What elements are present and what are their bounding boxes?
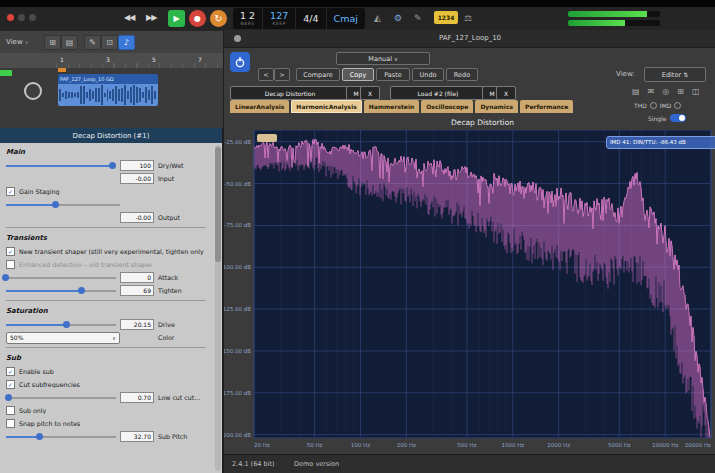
rewind-icon[interactable]: ◀◀ bbox=[124, 13, 134, 22]
paste-button[interactable]: Paste bbox=[376, 68, 410, 81]
param-value[interactable]: -0.00 bbox=[120, 173, 154, 184]
plugin-window-title[interactable]: Decap Distortion (#1) bbox=[0, 128, 222, 143]
window-close-button[interactable] bbox=[7, 14, 14, 21]
slider-track bbox=[6, 397, 116, 399]
slider-knob[interactable] bbox=[63, 321, 70, 328]
macos-menubar bbox=[0, 0, 715, 7]
param-slider[interactable] bbox=[6, 393, 116, 402]
pencil-tool-button[interactable]: ✎ bbox=[84, 35, 101, 50]
tab-dynamics[interactable]: Dynamics bbox=[475, 100, 518, 113]
param-slider[interactable] bbox=[6, 161, 116, 170]
view-editor-dropdown[interactable]: Editor ⇅ bbox=[644, 67, 706, 82]
audio-clip[interactable]: PAF_127_Loop_10 GΩ bbox=[58, 74, 158, 106]
tab-performance[interactable]: Performance bbox=[520, 100, 573, 113]
note-editor-button[interactable]: ♪ bbox=[118, 35, 135, 50]
param-slider[interactable] bbox=[6, 286, 116, 295]
loop-marker[interactable] bbox=[58, 68, 66, 72]
plugin-scrollbar[interactable] bbox=[215, 145, 221, 471]
list-view-button[interactable]: ▤ bbox=[61, 35, 78, 50]
tab-oscilloscope[interactable]: Oscilloscope bbox=[421, 100, 473, 113]
plugin-scrollbar-thumb[interactable] bbox=[215, 147, 221, 262]
master-meter-right bbox=[568, 20, 660, 26]
checkbox[interactable] bbox=[6, 406, 15, 415]
document-icon[interactable]: ▤ bbox=[632, 87, 640, 96]
undo-button[interactable]: Undo bbox=[412, 68, 444, 81]
checkbox[interactable]: ✓ bbox=[6, 380, 15, 389]
param-value[interactable]: 20.15 bbox=[120, 319, 154, 330]
nav-back-button[interactable]: < bbox=[258, 68, 274, 81]
chat-icon[interactable]: ✉ bbox=[648, 87, 655, 96]
panes-icon[interactable]: ◫ bbox=[692, 87, 700, 96]
load-file-button[interactable]: Load #2 (file) bbox=[390, 86, 486, 100]
param-value[interactable]: 0.70 bbox=[120, 392, 154, 403]
record-button[interactable]: ● bbox=[189, 10, 206, 27]
nav-forward-button[interactable]: > bbox=[274, 68, 290, 81]
power-button[interactable] bbox=[230, 52, 250, 72]
param-slider[interactable] bbox=[6, 200, 120, 209]
redo-button[interactable]: Redo bbox=[446, 68, 478, 81]
param-label: Tighten bbox=[158, 287, 206, 294]
play-button[interactable]: ▶ bbox=[168, 10, 185, 27]
camera-icon[interactable]: ◎ bbox=[662, 87, 669, 96]
slider-knob[interactable] bbox=[5, 394, 12, 401]
grid-icon[interactable]: ⊞ bbox=[677, 87, 684, 96]
plugin-parameters: Main100Dry/Wet-0.00Input✓Gain Staging-0.… bbox=[0, 143, 212, 473]
slider-knob[interactable] bbox=[2, 274, 9, 281]
slider-knob[interactable] bbox=[36, 433, 43, 440]
checkbox[interactable] bbox=[6, 260, 15, 269]
chart-heading: Decap Distortion bbox=[254, 118, 711, 127]
plugin-param-row: ✓Cut subfrequencies bbox=[0, 378, 212, 391]
plot-corner-chip[interactable] bbox=[257, 134, 277, 142]
param-value[interactable]: -0.00 bbox=[120, 212, 154, 223]
window-zoom-button[interactable] bbox=[29, 14, 36, 21]
imd-checkbox[interactable] bbox=[674, 102, 681, 109]
key-display[interactable]: Cmaj bbox=[327, 8, 365, 29]
checkbox[interactable]: ✓ bbox=[6, 247, 15, 256]
metronome-icon[interactable]: ◭ bbox=[374, 12, 381, 24]
timeline-ruler[interactable]: 1357 bbox=[0, 53, 223, 69]
slider-knob[interactable] bbox=[52, 201, 59, 208]
grid-view-button[interactable]: ⊞ bbox=[44, 35, 61, 50]
param-slider[interactable] bbox=[6, 432, 116, 441]
loop-button[interactable]: ↻ bbox=[210, 10, 227, 27]
load-x-button[interactable]: X bbox=[496, 86, 516, 100]
copy-button[interactable]: Copy bbox=[342, 68, 374, 81]
param-value[interactable]: 100 bbox=[120, 160, 154, 171]
timesig-value: 4/4 bbox=[303, 14, 318, 24]
track-area: PAF_127_Loop_10 GΩ bbox=[0, 68, 223, 128]
tab-hammerstein[interactable]: Hammerstein bbox=[364, 100, 419, 113]
tab-linearanalysis[interactable]: LinearAnalysis bbox=[230, 100, 289, 113]
x-axis-label: 10000 Hz bbox=[652, 442, 678, 448]
param-value[interactable]: 32.70 bbox=[120, 431, 154, 442]
track-knob[interactable] bbox=[24, 82, 42, 100]
position-display[interactable]: 1 2 BARS bbox=[233, 8, 263, 29]
window-minimize-button[interactable] bbox=[18, 14, 25, 21]
wrench-icon[interactable]: ⚙ bbox=[394, 12, 402, 24]
manual-dropdown[interactable]: Manual ∨ bbox=[336, 52, 430, 65]
tempo-display[interactable]: 127 KEEP bbox=[263, 8, 296, 29]
param-value[interactable]: 0 bbox=[120, 272, 154, 283]
param-slider[interactable] bbox=[6, 273, 116, 282]
preset-name-box[interactable]: Decap Distortion bbox=[230, 86, 350, 100]
slider-knob[interactable] bbox=[109, 162, 116, 169]
checkbox[interactable]: ✓ bbox=[6, 187, 15, 196]
compare-button[interactable]: Compare bbox=[296, 68, 340, 81]
tab-harmonicanalysis[interactable]: HarmonicAnalysis bbox=[291, 100, 361, 113]
color-dropdown[interactable]: 50%∨ bbox=[6, 332, 120, 344]
thd-checkbox[interactable] bbox=[650, 102, 657, 109]
scale-icon[interactable]: ⚖ bbox=[464, 12, 472, 24]
pencil-icon[interactable]: ✎ bbox=[414, 12, 422, 24]
view-dropdown[interactable]: View ∨ bbox=[6, 38, 29, 46]
marquee-tool-button[interactable]: ⊡ bbox=[101, 35, 118, 50]
slider-knob[interactable] bbox=[78, 287, 85, 294]
x-axis-label: 20000 Hz bbox=[685, 442, 711, 448]
checkbox[interactable]: ✓ bbox=[6, 367, 15, 376]
timesig-display[interactable]: 4/4 bbox=[296, 8, 326, 29]
fixed-velocity-badge[interactable]: 1234 bbox=[434, 11, 458, 24]
param-slider[interactable] bbox=[6, 320, 116, 329]
checkbox[interactable] bbox=[6, 419, 15, 428]
plugin-param-row: 0.70Low cut cut... bbox=[0, 391, 212, 404]
fast-forward-icon[interactable]: ▶▶ bbox=[146, 13, 156, 22]
preset-x-button[interactable]: X bbox=[360, 86, 380, 100]
param-value[interactable]: 69 bbox=[120, 285, 154, 296]
